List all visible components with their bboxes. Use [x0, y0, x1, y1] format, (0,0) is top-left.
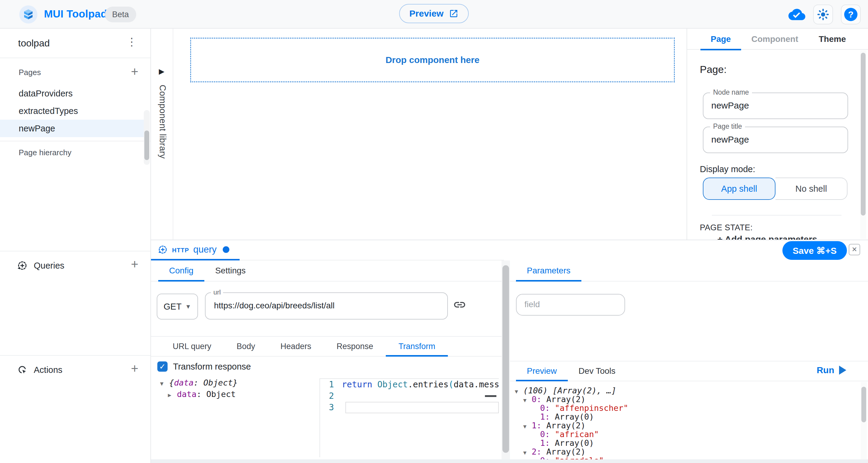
tab-label: Dev Tools — [579, 366, 615, 376]
page-item-dataproviders[interactable]: dataProviders — [0, 85, 146, 102]
horizontal-scrollbar-track[interactable] — [151, 459, 868, 463]
actions-icon — [17, 364, 28, 375]
expanded-caret-icon: ▼ — [523, 448, 532, 457]
project-menu-button[interactable]: ⋮ — [126, 36, 137, 47]
scope-tree-child[interactable]: ▶data: Object — [160, 389, 238, 400]
query-panel-scrollbar[interactable] — [501, 260, 510, 463]
scope-tree-root[interactable]: ▼{data: Object} — [160, 377, 238, 389]
component-library-panel[interactable]: ▶ Component library — [151, 29, 173, 240]
tab-label: Body — [237, 342, 255, 351]
code-line: 3 — [320, 402, 499, 413]
tab-dev-tools[interactable]: Dev Tools — [568, 362, 626, 381]
result-json-tree: ▼(106) [Array(2), …] ▼0: Array(2) 0: "af… — [515, 386, 628, 463]
run-play-icon — [839, 366, 846, 375]
transform-response-checkbox[interactable]: ✓ — [157, 362, 167, 372]
toggle-no-shell[interactable]: No shell — [775, 178, 847, 200]
tab-label: Config — [169, 266, 193, 276]
node-name-field[interactable]: Node name newPage — [703, 93, 848, 119]
node-name-label: Node name — [710, 88, 752, 96]
page-item-label: newPage — [19, 124, 55, 133]
cloud-done-icon — [788, 6, 805, 23]
expanded-caret-icon: ▼ — [515, 387, 523, 396]
expanded-caret-icon: ▼ — [523, 396, 532, 404]
plus-icon: + — [717, 234, 723, 240]
http-query-icon — [158, 244, 168, 255]
help-button[interactable]: ? — [841, 4, 861, 24]
query-editor-tab[interactable]: HTTP query — [151, 240, 240, 260]
json-tree-row[interactable]: ▼(106) [Array(2), …] — [515, 386, 628, 395]
add-page-button[interactable]: + — [131, 65, 138, 78]
transform-code-editor[interactable]: 1 return Object.entries(data.messag 2 3 — [319, 378, 499, 457]
page-state-label: PAGE STATE: — [700, 223, 752, 233]
tab-label: Response — [337, 342, 373, 351]
query-panel-scrollbar-thumb[interactable] — [502, 265, 509, 453]
help-icon: ? — [844, 8, 858, 21]
tab-settings[interactable]: Settings — [204, 260, 256, 281]
tab-component[interactable]: Component — [741, 29, 809, 50]
tab-transform[interactable]: Transform — [386, 337, 448, 356]
add-page-parameters-button[interactable]: + Add page parameters — [717, 234, 844, 240]
json-tree-row[interactable]: ▼2: Array(2) — [515, 447, 628, 456]
unsaved-indicator-dot — [223, 246, 229, 253]
line-number: 2 — [320, 390, 342, 402]
page-item-label: dataProviders — [19, 89, 73, 99]
pages-list: dataProviders extractedTypes newPage — [0, 85, 150, 137]
inspector-scrollbar-thumb[interactable] — [861, 53, 866, 216]
run-button[interactable]: Run — [817, 365, 846, 375]
tab-preview[interactable]: Preview — [516, 362, 568, 381]
url-field[interactable]: url https://dog.ceo/api/breeds/list/all — [205, 292, 448, 319]
http-method-value: GET — [164, 302, 182, 312]
http-method-select[interactable]: GET ▼ — [157, 294, 198, 319]
tab-headers[interactable]: Headers — [268, 337, 324, 356]
preview-button-label: Preview — [409, 8, 443, 19]
result-tree-scrollbar[interactable] — [861, 382, 867, 462]
add-query-button[interactable]: + — [131, 258, 138, 271]
inspector-scrollbar[interactable] — [860, 50, 866, 239]
tab-body[interactable]: Body — [224, 337, 268, 356]
tab-url-query[interactable]: URL query — [160, 337, 224, 356]
page-item-extractedtypes[interactable]: extractedTypes — [0, 102, 146, 120]
json-tree-row[interactable]: ▼0: Array(2) — [515, 395, 628, 404]
page-title-field[interactable]: Page title newPage — [703, 127, 848, 153]
json-tree-row[interactable]: 1: Array(0) — [515, 412, 628, 421]
page-item-newpage[interactable]: newPage — [0, 120, 146, 137]
query-editor-panel: HTTP query Save ⌘+S ✕ Config Settings GE… — [151, 240, 868, 463]
link-icon[interactable] — [453, 298, 466, 311]
chevron-down-icon: ▼ — [185, 303, 191, 310]
display-mode-toggle: App shell No shell — [703, 178, 847, 200]
chevron-right-icon: ▶ — [159, 67, 164, 76]
tree-key: data — [177, 390, 196, 399]
add-action-button[interactable]: + — [131, 362, 138, 375]
code-line: 2 — [320, 390, 499, 402]
parameter-input[interactable] — [524, 298, 615, 311]
tab-response[interactable]: Response — [324, 337, 386, 356]
drop-zone[interactable]: Drop component here — [190, 38, 675, 82]
tab-config[interactable]: Config — [158, 260, 204, 281]
result-tree-scrollbar-thumb[interactable] — [861, 387, 866, 422]
tab-label: Transform — [398, 342, 435, 351]
page-title-value: newPage — [711, 134, 749, 145]
check-icon: ✓ — [159, 362, 166, 371]
query-tab-label: query — [193, 244, 217, 255]
preview-button[interactable]: Preview — [399, 4, 469, 23]
tab-parameters[interactable]: Parameters — [516, 260, 581, 281]
tab-label: Preview — [527, 366, 557, 376]
json-tree-row[interactable]: 1: Array(0) — [515, 439, 628, 447]
tab-page[interactable]: Page — [701, 29, 741, 50]
toggle-app-shell[interactable]: App shell — [703, 178, 775, 200]
project-name: toolpad — [18, 38, 50, 49]
component-library-label: Component library — [158, 85, 167, 159]
transform-response-label: Transform response — [173, 362, 251, 372]
theme-toggle-button[interactable] — [813, 4, 833, 24]
page-title-label: Page title — [710, 122, 745, 130]
inspector-panel: Page Component Theme Page: Node name new… — [687, 29, 868, 240]
tab-label: Page — [711, 34, 731, 44]
mui-toolpad-app: MUI Toolpad Beta Preview ? — [0, 0, 868, 463]
tab-theme[interactable]: Theme — [808, 29, 856, 50]
json-tree-row[interactable]: 0: "african" — [515, 430, 628, 439]
beta-badge: Beta — [105, 7, 136, 22]
json-tree-row[interactable]: ▼1: Array(2) — [515, 421, 628, 430]
expanded-caret-icon: ▼ — [523, 422, 532, 431]
json-tree-row[interactable]: 0: "affenpinscher" — [515, 404, 628, 412]
tree-key: data — [174, 378, 193, 387]
